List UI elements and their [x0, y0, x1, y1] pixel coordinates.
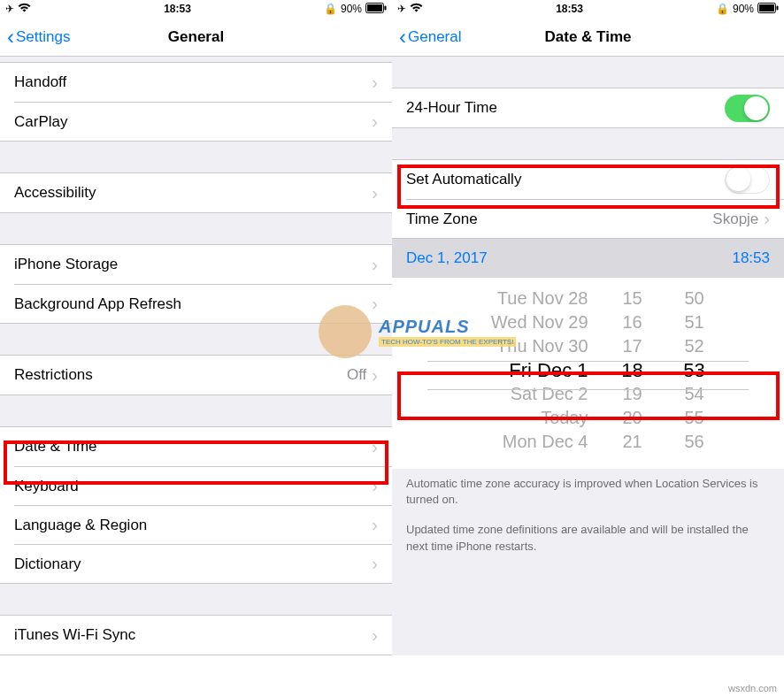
picker-col-minute[interactable]: 50 51 52 53 54 55 56 [677, 287, 712, 454]
row-24hour[interactable]: 24-Hour Time [392, 88, 784, 127]
footer-note-1: Automatic time zone accuracy is improved… [392, 469, 784, 515]
toggle-set-auto[interactable] [725, 166, 770, 194]
chevron-right-icon: › [372, 437, 378, 457]
chevron-left-icon: ‹ [399, 25, 406, 50]
row-language-region[interactable]: Language & Region › [14, 505, 392, 544]
svg-rect-4 [776, 5, 778, 10]
back-button[interactable]: ‹ General [392, 25, 461, 50]
row-date-time[interactable]: Date & Time › [0, 427, 392, 466]
row-carplay[interactable]: CarPlay › [14, 102, 392, 141]
chevron-right-icon: › [372, 183, 378, 203]
back-button[interactable]: ‹ Settings [0, 25, 70, 50]
footer-note-2: Updated time zone definitions are availa… [392, 515, 784, 561]
row-iphone-storage[interactable]: iPhone Storage › [0, 245, 392, 284]
row-set-automatically[interactable]: Set Automatically [392, 160, 784, 199]
row-handoff[interactable]: Handoff › [0, 63, 392, 102]
row-keyboard[interactable]: Keyboard › [14, 466, 392, 505]
selected-date: Dec 1, 2017 [406, 249, 488, 267]
airplane-icon: ✈ [397, 3, 406, 15]
svg-rect-2 [367, 4, 382, 11]
rotation-lock-icon: 🔒 [716, 3, 729, 15]
status-time: 18:53 [164, 3, 191, 15]
mascot-icon [319, 305, 372, 358]
battery-icon [757, 3, 779, 16]
wifi-icon [18, 3, 31, 15]
wifi-icon [410, 3, 423, 15]
row-accessibility[interactable]: Accessibility › [0, 173, 392, 212]
chevron-right-icon: › [372, 365, 378, 386]
toggle-24hour[interactable] [725, 95, 770, 122]
row-restrictions[interactable]: Restrictions Off › [0, 356, 392, 394]
chevron-right-icon: › [372, 554, 378, 574]
battery-icon [365, 3, 387, 16]
status-bar: ✈ 18:53 🔒 90% [392, 0, 784, 18]
selected-time: 18:53 [732, 249, 770, 267]
back-label: General [408, 28, 461, 46]
airplane-icon: ✈ [5, 3, 14, 15]
svg-rect-5 [759, 4, 774, 11]
status-time: 18:53 [556, 3, 583, 15]
nav-bar: ‹ Settings General [0, 18, 392, 57]
nav-bar: ‹ General Date & Time [392, 18, 784, 57]
battery-pct: 90% [733, 3, 754, 15]
chevron-right-icon: › [372, 625, 378, 646]
chevron-right-icon: › [372, 73, 378, 93]
chevron-right-icon: › [372, 476, 378, 496]
source-watermark: wsxdn.com [728, 683, 777, 693]
selected-date-row[interactable]: Dec 1, 2017 18:53 [392, 239, 784, 278]
battery-pct: 90% [341, 3, 362, 15]
appuals-watermark: APPUALS TECH HOW-TO'S FROM THE EXPERTS! [319, 305, 516, 358]
chevron-right-icon: › [764, 209, 770, 229]
picker-col-hour[interactable]: 15 16 17 18 19 20 21 [615, 287, 650, 454]
rotation-lock-icon: 🔒 [324, 3, 337, 15]
status-bar: ✈ 18:53 🔒 90% [0, 0, 392, 18]
svg-rect-1 [384, 5, 386, 10]
chevron-right-icon: › [372, 111, 378, 132]
chevron-right-icon: › [372, 255, 378, 275]
row-dictionary[interactable]: Dictionary › [14, 544, 392, 583]
row-itunes-wifi[interactable]: iTunes Wi-Fi Sync › [0, 616, 392, 655]
chevron-left-icon: ‹ [7, 25, 14, 50]
row-time-zone[interactable]: Time Zone Skopje › [406, 199, 784, 238]
chevron-right-icon: › [372, 515, 378, 535]
back-label: Settings [16, 28, 70, 46]
